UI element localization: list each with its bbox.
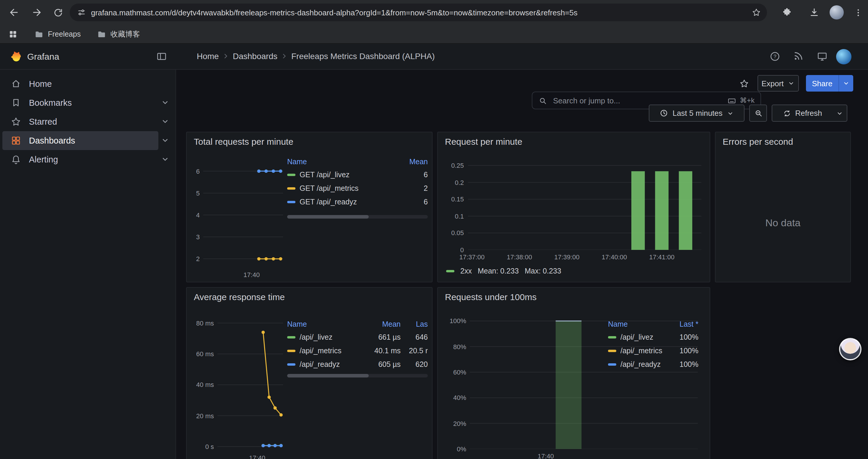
chevron-down-icon[interactable] <box>161 117 169 126</box>
search-input[interactable] <box>552 95 727 105</box>
url-text: grafana.mathmast.com/d/deytv4rwavabkb/fr… <box>91 8 746 17</box>
total-requests-chart[interactable] <box>203 161 283 268</box>
sidebar-item-dashboards[interactable]: Dashboards <box>2 131 158 150</box>
browser-back-button[interactable] <box>6 4 23 21</box>
legend-scrollbar[interactable] <box>287 215 428 219</box>
legend-row: /api/_livez100% <box>608 330 699 344</box>
series-name[interactable]: GET /api/_readyz <box>300 198 357 206</box>
grafana-logo[interactable] <box>9 50 23 63</box>
legend-value: 100% <box>670 333 699 341</box>
extensions-button[interactable] <box>779 4 795 21</box>
series-name[interactable]: /api/_readyz <box>620 360 660 368</box>
panel-title[interactable]: Total requests per minute <box>194 136 293 146</box>
user-profile-button[interactable] <box>836 49 851 64</box>
legend-mean: Mean: 0.233 <box>478 267 519 275</box>
star-icon <box>739 78 749 88</box>
x-axis-labels: 17:40 <box>203 270 283 278</box>
chevron-down-icon <box>788 80 795 87</box>
panel-title[interactable]: Requests under 100ms <box>445 292 536 302</box>
scrollbar-thumb[interactable] <box>287 215 369 219</box>
browser-profile-button[interactable] <box>830 5 844 20</box>
sidebar-item-alerting[interactable]: Alerting <box>2 150 158 169</box>
legend-header[interactable]: Last * <box>670 320 699 328</box>
requests-per-minute-chart[interactable] <box>468 160 701 250</box>
chevron-down-icon[interactable] <box>161 136 169 145</box>
browser-menu-button[interactable] <box>850 4 866 21</box>
series-name[interactable]: GET /api/_metrics <box>300 184 359 192</box>
panel-title[interactable]: Average response time <box>194 292 285 302</box>
series-name[interactable]: /api/_readyz <box>300 360 340 368</box>
panel-requests-per-minute: Request per minute 00.050.10.150.20.25 1… <box>437 132 710 282</box>
sidebar-item-label: Bookmarks <box>29 98 72 107</box>
zoom-out-button[interactable] <box>749 104 767 122</box>
star-icon <box>11 117 21 127</box>
help-button[interactable]: ? <box>769 51 780 62</box>
legend-scrollbar[interactable] <box>287 374 428 378</box>
x-axis-labels: 17:40 <box>470 451 698 459</box>
series-name[interactable]: /api/_metrics <box>300 347 342 355</box>
legend-header[interactable]: Name <box>287 158 395 166</box>
panel-errors-per-second: Errors per second No data <box>715 132 851 282</box>
export-button[interactable]: Export <box>757 75 799 92</box>
display-button[interactable] <box>816 51 828 62</box>
legend-row: GET /api/_livez6 <box>287 168 428 182</box>
downloads-button[interactable] <box>806 4 823 21</box>
panel-title[interactable]: Request per minute <box>445 136 522 146</box>
legend-value: 40.1 ms <box>363 347 401 355</box>
panel-title[interactable]: Errors per second <box>723 136 793 146</box>
site-settings-icon[interactable] <box>77 8 86 17</box>
breadcrumb-dashboards[interactable]: Dashboards <box>233 52 277 61</box>
series-name[interactable]: GET /api/_livez <box>300 170 349 179</box>
share-button[interactable]: Share <box>806 75 838 92</box>
dashboards-grid-icon <box>11 135 21 146</box>
series-color-icon <box>608 363 616 365</box>
bookmark-star-icon[interactable] <box>752 8 761 17</box>
bookmark-icon <box>11 97 21 108</box>
apps-shortcut-button[interactable] <box>5 26 21 42</box>
legend-header[interactable]: Name <box>287 320 363 328</box>
bookmark-item-freeleaps[interactable]: Freeleaps <box>34 25 81 44</box>
legend-row: /api/_readyz100% <box>608 357 699 371</box>
scrollbar-thumb[interactable] <box>287 374 369 378</box>
legend-value: 100% <box>670 347 699 355</box>
refresh-button[interactable]: Refresh <box>772 104 833 122</box>
legend-value: 2 <box>395 184 428 192</box>
chevron-down-icon[interactable] <box>161 155 169 164</box>
series-name[interactable]: 2xx <box>460 267 472 275</box>
legend-table: NameMeanGET /api/_livez6GET /api/_metric… <box>287 156 428 208</box>
download-icon <box>809 7 819 18</box>
bookmarks-bar: Freeleaps 收藏博客 <box>0 25 868 44</box>
series-name[interactable]: /api/_livez <box>620 333 653 341</box>
sidebar-item-bookmarks[interactable]: Bookmarks <box>2 93 158 112</box>
series-name[interactable]: /api/_metrics <box>620 347 662 355</box>
sidebar-item-starred[interactable]: Starred <box>2 112 158 131</box>
series-name[interactable]: /api/_livez <box>300 333 332 341</box>
browser-reload-button[interactable] <box>50 4 66 21</box>
series-color-icon <box>608 350 616 352</box>
floating-assistant-avatar[interactable] <box>839 338 862 360</box>
browser-forward-button[interactable] <box>28 4 45 21</box>
url-bar[interactable]: grafana.mathmast.com/d/deytv4rwavabkb/fr… <box>70 4 767 21</box>
legend-row: /api/_metrics40.1 ms20.5 r <box>287 344 428 357</box>
sidebar-item-home[interactable]: Home <box>2 74 158 93</box>
time-range-picker[interactable]: Last 5 minutes <box>649 104 745 122</box>
legend-header[interactable]: Las <box>401 320 428 328</box>
legend-row: GET /api/_readyz6 <box>287 195 428 208</box>
panel-avg-response-time: Average response time 0 s20 ms40 ms60 ms… <box>186 287 433 459</box>
favorite-dashboard-button[interactable] <box>736 76 752 91</box>
legend-header[interactable]: Mean <box>363 320 401 328</box>
breadcrumb-home[interactable]: Home <box>197 52 219 61</box>
dock-menu-toggle[interactable] <box>156 51 167 62</box>
refresh-interval-button[interactable] <box>833 104 847 122</box>
legend-header[interactable]: Mean <box>395 158 428 166</box>
bookmark-item-blog[interactable]: 收藏博客 <box>97 25 140 44</box>
chevron-down-icon <box>727 109 734 117</box>
chevron-down-icon[interactable] <box>161 98 169 107</box>
avg-response-time-chart[interactable] <box>217 319 283 451</box>
brand-name: Grafana <box>27 52 59 61</box>
share-menu-button[interactable] <box>838 75 853 92</box>
nav-sidebar: Home Bookmarks Starred Dashboards Alerti… <box>0 70 176 459</box>
sidebar-item-label: Starred <box>29 117 57 126</box>
news-button[interactable] <box>793 51 804 61</box>
legend-header[interactable]: Name <box>608 320 670 328</box>
